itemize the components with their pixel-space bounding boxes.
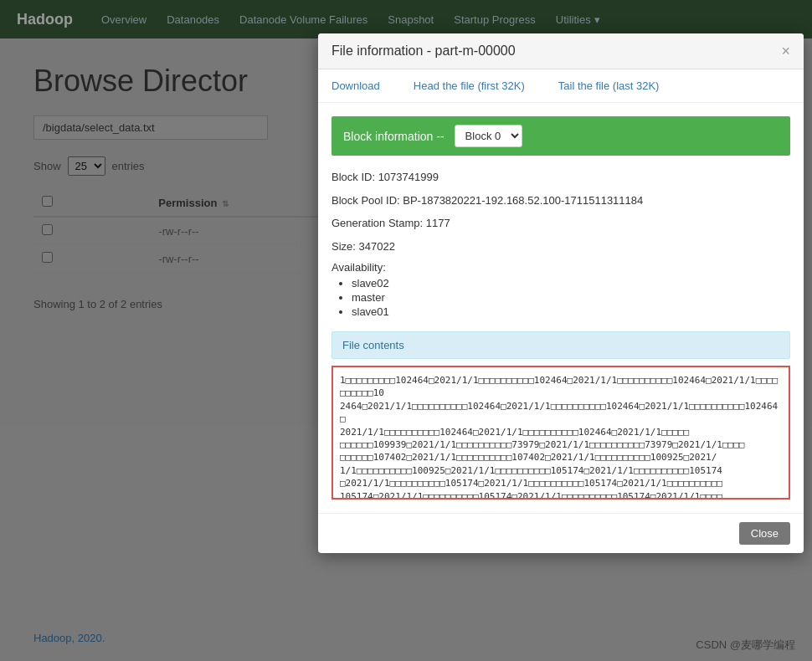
- gen-stamp-row: Generation Stamp: 1177: [331, 215, 790, 232]
- pool-id-row: Block Pool ID: BP-1873820221-192.168.52.…: [331, 192, 790, 209]
- block-id-label: Block ID:: [331, 171, 375, 183]
- download-link[interactable]: Download: [331, 79, 380, 92]
- availability-list: slave02 master slave01: [331, 277, 790, 318]
- file-contents-header: File contents: [331, 331, 790, 359]
- block-select[interactable]: Block 0: [455, 125, 522, 147]
- close-button[interactable]: Close: [739, 522, 790, 545]
- gen-stamp-label: Generation Stamp:: [331, 217, 423, 229]
- block-id-row: Block ID: 1073741999: [331, 169, 790, 186]
- file-information-modal: File information - part-m-00000 × Downlo…: [318, 33, 804, 553]
- availability-label: Availability:: [331, 261, 790, 274]
- modal-footer: Close: [318, 513, 804, 553]
- block-id-value-text: 1073741999: [378, 171, 439, 183]
- availability-node: master: [352, 291, 790, 304]
- modal-actions-bar: Download Head the file (first 32K) Tail …: [318, 69, 804, 103]
- modal-close-button[interactable]: ×: [781, 44, 790, 59]
- availability-node: slave01: [352, 305, 790, 318]
- pool-id-value-text: BP-1873820221-192.168.52.100-17115113111…: [403, 194, 643, 207]
- size-value-text: 347022: [359, 240, 395, 253]
- modal-header: File information - part-m-00000 ×: [318, 33, 804, 69]
- block-info-label: Block information --: [343, 130, 445, 143]
- head-file-link[interactable]: Head the file (first 32K): [414, 79, 525, 92]
- pool-id-label: Block Pool ID:: [331, 194, 400, 207]
- modal-title: File information - part-m-00000: [331, 44, 516, 59]
- size-row: Size: 347022: [331, 238, 790, 255]
- gen-stamp-value-text: 1177: [426, 217, 450, 229]
- availability-node: slave02: [352, 277, 790, 290]
- size-label: Size:: [331, 240, 356, 253]
- file-contents-box[interactable]: 1□□□□□□□□□102464□2021/1/1□□□□□□□□□□10246…: [331, 366, 790, 500]
- block-info-header: Block information -- Block 0: [331, 116, 790, 156]
- tail-file-link[interactable]: Tail the file (last 32K): [558, 79, 660, 92]
- modal-body: Block information -- Block 0 Block ID: 1…: [318, 103, 804, 513]
